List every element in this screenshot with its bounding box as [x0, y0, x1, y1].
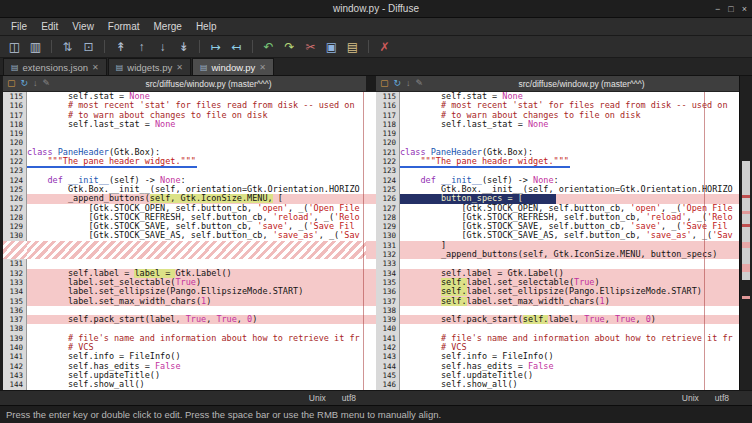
next-difference-icon[interactable]: ↓ — [154, 38, 171, 55]
code-line[interactable]: 137 self.pack_start(label, True, True, 0… — [3, 315, 366, 324]
diff-overview-map[interactable] — [739, 76, 752, 390]
code-line[interactable]: 123 — [376, 166, 739, 175]
code-line[interactable]: 130 [Gtk.STOCK_SAVE_AS, self.button_cb, … — [376, 231, 739, 240]
open-file-button[interactable]: ▢ — [380, 79, 389, 88]
code-line[interactable] — [3, 250, 366, 259]
code-line[interactable]: 117 # to warn about changes to file on d… — [376, 111, 739, 120]
left-code-area[interactable]: 115 self.stat = None116 # most recent 's… — [3, 92, 366, 390]
code-line[interactable]: 135 label.set_max_width_chars(1) — [3, 297, 366, 306]
code-line[interactable]: 140 — [376, 324, 739, 333]
code-line[interactable]: 120 — [376, 138, 739, 147]
tab-window-py[interactable]: ▤window.py✕ — [192, 58, 274, 75]
code-line[interactable]: 118 self.last_stat = None — [3, 120, 366, 129]
open-file-button[interactable]: ▢ — [7, 79, 16, 88]
new-2way-file-merge-icon[interactable]: ◫ — [6, 38, 23, 55]
code-line[interactable]: 123 — [3, 166, 366, 175]
copy-selection-right-icon[interactable]: ↦ — [207, 38, 224, 55]
code-line[interactable]: 129 [Gtk.STOCK_SAVE, self.button_cb, 'sa… — [3, 222, 366, 231]
save-file-as-button[interactable]: ✎ — [416, 79, 424, 88]
code-line[interactable]: 125 Gtk.Box.__init__(self, orientation=G… — [3, 185, 366, 194]
code-line[interactable]: 140 # VCS — [3, 343, 366, 352]
cut-icon[interactable]: ✂ — [302, 38, 319, 55]
menu-file[interactable]: File — [4, 20, 34, 33]
maximize-button[interactable]: □ — [728, 4, 733, 14]
code-line[interactable]: 132 _append_buttons(self, Gtk.IconSize.M… — [376, 250, 739, 259]
code-line[interactable]: 118 self.last_stat = None — [376, 120, 739, 129]
code-line[interactable]: 143 self.info = FileInfo() — [376, 352, 739, 361]
code-line[interactable]: 137 self.label.set_max_width_chars(1) — [376, 297, 739, 306]
code-line[interactable]: 115 self.stat = None — [376, 92, 739, 101]
close-button[interactable]: × — [742, 4, 747, 14]
isolate-icon[interactable]: ⊡ — [80, 38, 97, 55]
code-line[interactable]: 130 [Gtk.STOCK_SAVE_AS, self.button_cb, … — [3, 231, 366, 240]
code-line[interactable]: 144 self.has_edits = False — [376, 362, 739, 371]
code-line[interactable]: 122 """The pane header widget.""" — [376, 157, 739, 166]
code-line[interactable]: 121class PaneHeader(Gtk.Box): — [376, 148, 739, 157]
code-line[interactable]: 125 Gtk.Box.__init__(self, orientation=G… — [376, 185, 739, 194]
code-line[interactable] — [3, 241, 366, 250]
code-line[interactable]: 128 [Gtk.STOCK_REFRESH, self.button_cb, … — [3, 213, 366, 222]
code-line[interactable]: 115 self.stat = None — [3, 92, 366, 101]
tab-widgets-py[interactable]: ▤widgets.py✕ — [108, 58, 191, 75]
realign-all-icon[interactable]: ⇅ — [59, 38, 76, 55]
code-line[interactable]: 132 self.label = label = Gtk.Label() — [3, 269, 366, 278]
code-line[interactable]: 131 — [3, 259, 366, 268]
code-line[interactable]: 134 self.label = Gtk.Label() — [376, 269, 739, 278]
code-line[interactable]: 126 button_specs = [ — [376, 194, 739, 203]
code-line[interactable]: 126 _append_buttons(self, Gtk.IconSize.M… — [3, 194, 366, 203]
code-line[interactable]: 122 """The pane header widget.""" — [3, 157, 366, 166]
save-file-button[interactable]: ↓ — [406, 79, 411, 88]
code-line[interactable]: 144 self.show_all() — [3, 380, 366, 389]
code-line[interactable]: 117 # to warn about changes to file on d… — [3, 111, 366, 120]
save-file-as-button[interactable]: ✎ — [43, 79, 51, 88]
new-3way-file-merge-icon[interactable]: ▥ — [27, 38, 44, 55]
map-viewport-thumb[interactable] — [742, 161, 750, 280]
code-line[interactable]: 136 — [3, 306, 366, 315]
code-line[interactable]: 141 self.info = FileInfo() — [3, 352, 366, 361]
code-line[interactable]: 116 # most recent 'stat' for files read … — [3, 101, 366, 110]
code-line[interactable]: 116 # most recent 'stat' for files read … — [376, 101, 739, 110]
save-file-button[interactable]: ↓ — [33, 79, 38, 88]
code-line[interactable]: 124 def __init__(self) -> None: — [376, 176, 739, 185]
reload-file-button[interactable]: ↻ — [394, 79, 402, 88]
tab-extensions-json[interactable]: ▤extensions.json✕ — [3, 58, 107, 75]
redo-icon[interactable]: ↷ — [281, 38, 298, 55]
code-line[interactable]: 139 # file's name and information about … — [3, 334, 366, 343]
menu-view[interactable]: View — [65, 20, 101, 33]
code-line[interactable]: 127 [Gtk.STOCK_OPEN, self.button_cb, 'op… — [376, 204, 739, 213]
copy-selection-left-icon[interactable]: ↤ — [228, 38, 245, 55]
code-line[interactable]: 138 — [376, 306, 739, 315]
copy-icon[interactable]: ▣ — [323, 38, 340, 55]
right-code-area[interactable]: 115 self.stat = None116 # most recent 's… — [376, 92, 739, 390]
close-tab-icon[interactable]: ✕ — [259, 63, 266, 72]
code-line[interactable]: 124 def __init__(self) -> None: — [3, 176, 366, 185]
code-line[interactable]: 121class PaneHeader(Gtk.Box): — [3, 148, 366, 157]
code-line[interactable]: 136 self.label.set_ellipsize(Pango.Ellip… — [376, 287, 739, 296]
code-line[interactable]: 139 self.pack_start(self.label, True, Tr… — [376, 315, 739, 324]
first-difference-icon[interactable]: ↟ — [112, 38, 129, 55]
close-tab-icon[interactable]: ✕ — [92, 63, 99, 72]
menu-format[interactable]: Format — [101, 20, 147, 33]
code-line[interactable]: 143 self.updateTitle() — [3, 371, 366, 380]
minimize-button[interactable]: − — [715, 4, 720, 14]
code-line[interactable]: 127 [Gtk.STOCK_OPEN, self.button_cb, 'op… — [3, 204, 366, 213]
code-line[interactable]: 134 label.set_ellipsize(Pango.EllipsizeM… — [3, 287, 366, 296]
paste-icon[interactable]: ▤ — [344, 38, 361, 55]
close-tab-icon[interactable]: ✕ — [176, 63, 183, 72]
reload-file-button[interactable]: ↻ — [21, 79, 29, 88]
code-line[interactable]: 135 self.label.set_selectable(True) — [376, 278, 739, 287]
menu-edit[interactable]: Edit — [34, 20, 65, 33]
code-line[interactable]: 133 label.set_selectable(True) — [3, 278, 366, 287]
code-line[interactable]: 129 [Gtk.STOCK_SAVE, self.button_cb, 'sa… — [376, 222, 739, 231]
code-line[interactable]: 120 — [3, 138, 366, 147]
code-line[interactable]: 141 # file's name and information about … — [376, 334, 739, 343]
code-line[interactable]: 145 self.updateTitle() — [376, 371, 739, 380]
code-line[interactable]: 119 — [3, 129, 366, 138]
clear-edits-icon[interactable]: ✗ — [376, 38, 393, 55]
code-line[interactable]: 142 self.has_edits = False — [3, 362, 366, 371]
last-difference-icon[interactable]: ↡ — [175, 38, 192, 55]
code-line[interactable]: 119 — [376, 129, 739, 138]
menu-merge[interactable]: Merge — [147, 20, 189, 33]
code-line[interactable]: 142 # VCS — [376, 343, 739, 352]
menu-help[interactable]: Help — [189, 20, 224, 33]
